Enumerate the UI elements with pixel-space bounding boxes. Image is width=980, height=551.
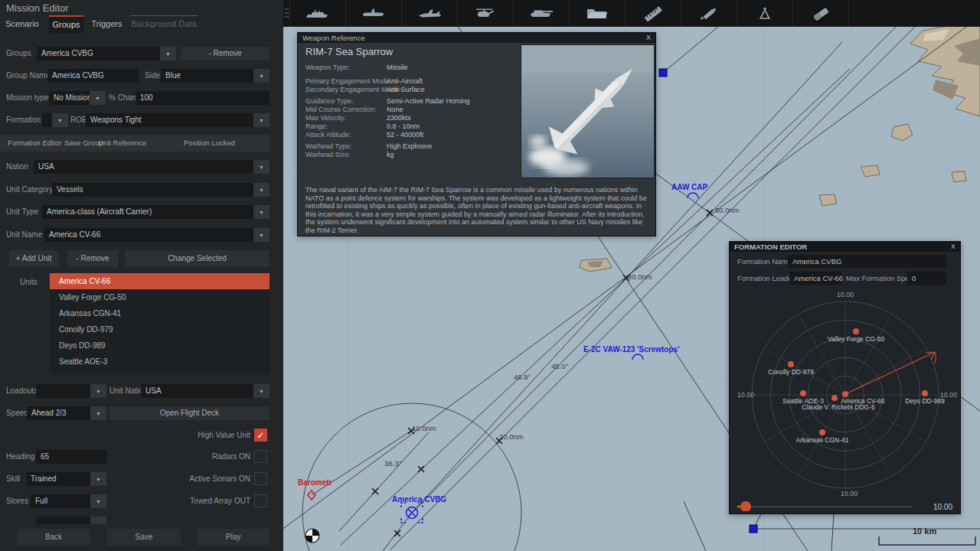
map-unit-symbol-arc[interactable] (632, 354, 643, 360)
weapon-window-close-icon[interactable]: X (644, 33, 653, 43)
chance-field[interactable]: 100 (136, 91, 270, 105)
formation-leader-field[interactable]: America CV-66 (789, 272, 841, 285)
unit-type-field[interactable]: America-class (Aircraft Carrier) (42, 205, 253, 219)
clipped-dropdown[interactable] (90, 517, 106, 524)
remove-group-button[interactable]: - Remove (181, 47, 270, 60)
heading-field[interactable]: 65 (36, 450, 107, 464)
formation-window-close-icon[interactable]: X (949, 242, 958, 252)
formation-unit-dot[interactable] (842, 391, 848, 397)
bar-item-position-locked[interactable]: Position Locked (184, 135, 235, 152)
unit-category-dropdown[interactable]: ▼ (253, 183, 270, 197)
formation-name-field[interactable]: America CVBG (788, 255, 946, 268)
loadouts-dropdown[interactable]: ▼ (90, 384, 106, 398)
toolbar-submarine-button[interactable] (346, 0, 402, 27)
checkbox-high-value-unit[interactable]: ✓ (254, 429, 267, 442)
add-unit-button[interactable]: + Add Unit (9, 250, 58, 267)
unit-name-dropdown[interactable]: ▼ (253, 228, 270, 242)
speed-dropdown[interactable]: ▼ (90, 406, 106, 420)
tab-groups[interactable]: Groups (49, 15, 83, 33)
groups-field[interactable]: America CVBG (37, 47, 160, 60)
unit-category-field[interactable]: Vessels (52, 183, 253, 197)
bar-item-formation-editor[interactable]: Formation Editor (8, 135, 61, 152)
tab-background-data[interactable]: Background Data (130, 15, 198, 33)
toolbar-warship-button[interactable] (290, 0, 346, 27)
clipped-field[interactable] (36, 517, 90, 524)
speed-field[interactable]: Ahead 2/3 (27, 406, 90, 420)
stores-field[interactable]: Full (31, 494, 90, 508)
mission-type-dropdown[interactable]: ▼ (90, 91, 106, 105)
toolbar-pencil-button[interactable] (681, 0, 737, 27)
tab-scenario[interactable]: Scenario (0, 15, 44, 33)
formation-unit-label: Valley Forge CG-50 (828, 335, 885, 343)
unit-list-item[interactable]: Deyo DD-989 (50, 337, 270, 354)
formation-radar[interactable]: 10.0010.0010.0010.00Valley Forge CG-50Co… (730, 289, 960, 511)
roe-dropdown[interactable]: ▼ (253, 113, 270, 127)
play-button[interactable]: Play (197, 529, 270, 546)
formation-field[interactable] (42, 113, 52, 127)
toolbar-ruler-button[interactable] (626, 0, 681, 27)
formation-dropdown[interactable]: ▼ (52, 113, 68, 127)
unit-list-item[interactable]: Seattle AOE-3 (50, 354, 270, 370)
formation-unit-dot[interactable] (788, 361, 794, 367)
formation-window-title: FORMATION EDITOR (730, 242, 960, 252)
nation-dropdown[interactable]: ▼ (253, 160, 270, 174)
toggle-label: Radars ON (158, 450, 250, 463)
max-formation-speed-field[interactable]: 0 (907, 272, 946, 285)
formation-name-label: Formation Name (737, 255, 792, 268)
remove-unit-button[interactable]: - Remove (67, 250, 118, 267)
bar-item-unit-reference[interactable]: Unit Reference (98, 135, 146, 152)
radar-ring-label: 10.00 (841, 490, 858, 497)
skill-dropdown[interactable]: ▼ (90, 472, 106, 486)
nation-field[interactable]: USA (34, 160, 253, 174)
waypoint-x-mark[interactable] (372, 488, 378, 494)
toolbar-aircraft-button[interactable] (402, 0, 458, 27)
unit-list-item[interactable]: Valley Forge CG-50 (50, 289, 270, 305)
unit-list-item[interactable]: Claude V. Rickets DDG-5 (50, 370, 270, 373)
open-flight-deck-button[interactable]: Open Flight Deck (109, 406, 270, 420)
checkbox-active-sonars-on[interactable] (254, 472, 267, 485)
side-field[interactable]: Blue (161, 69, 253, 83)
map-unit-symbol-group[interactable] (401, 503, 423, 523)
formation-unit-dot[interactable] (853, 328, 859, 334)
tab-triggers[interactable]: Triggers (88, 15, 126, 33)
unit-list-item[interactable]: Arkansas CGN-41 (50, 305, 270, 321)
unit-list-item[interactable]: America CV-66 (50, 273, 270, 289)
groups-dropdown[interactable]: ▼ (160, 47, 176, 60)
change-selected-button[interactable]: Change Selected (125, 250, 270, 267)
skill-field[interactable]: Trained (26, 472, 90, 486)
toolbar-compass-button[interactable] (737, 0, 793, 27)
formation-unit-dot[interactable] (819, 429, 825, 435)
weapon-reference-window: Weapon Reference X RIM-7 Sea Sparrow Wea… (297, 32, 656, 236)
mission-type-field[interactable]: No Mission (49, 91, 90, 105)
spec-label: Guidance Type: (305, 97, 354, 105)
formation-unit-dot[interactable] (922, 390, 928, 396)
stores-dropdown[interactable]: ▼ (90, 494, 106, 508)
unit-type-dropdown[interactable]: ▼ (253, 205, 270, 219)
unit-nation-field[interactable]: USA (141, 384, 253, 398)
formation-unit-dot[interactable] (831, 395, 838, 401)
back-button[interactable]: Back (17, 529, 90, 546)
map-unit-symbol-arc[interactable] (688, 193, 698, 198)
folder-icon (583, 6, 611, 21)
side-dropdown[interactable]: ▼ (253, 69, 270, 83)
toolbar-grip[interactable] (283, 0, 290, 27)
toolbar-helicopter-button[interactable] (458, 0, 514, 27)
group-name-field[interactable]: America CVBG (47, 69, 139, 83)
warship-icon (304, 6, 332, 21)
waypoint-x-mark[interactable] (418, 466, 424, 472)
formation-unit-dot[interactable] (800, 390, 806, 396)
toolbar-eraser-button[interactable] (793, 0, 849, 27)
roe-field[interactable]: Weapons Tight (86, 113, 253, 127)
formation-scale-slider[interactable] (740, 501, 751, 511)
toolbar-tank-button[interactable] (514, 0, 570, 27)
unit-name-field[interactable]: America CV-66 (44, 228, 253, 242)
loadouts-field[interactable] (36, 384, 90, 398)
unit-nation-dropdown[interactable]: ▼ (253, 384, 270, 398)
save-button[interactable]: Save (107, 529, 181, 546)
toolbar-folder-button[interactable] (570, 0, 626, 27)
map-measurement-label: 46.9° (514, 373, 531, 381)
checkbox-radars-on[interactable] (254, 450, 267, 463)
scale-bar (879, 536, 975, 545)
unit-list-item[interactable]: Conolly DD-979 (50, 321, 270, 337)
checkbox-towed-array-out[interactable] (254, 494, 267, 507)
